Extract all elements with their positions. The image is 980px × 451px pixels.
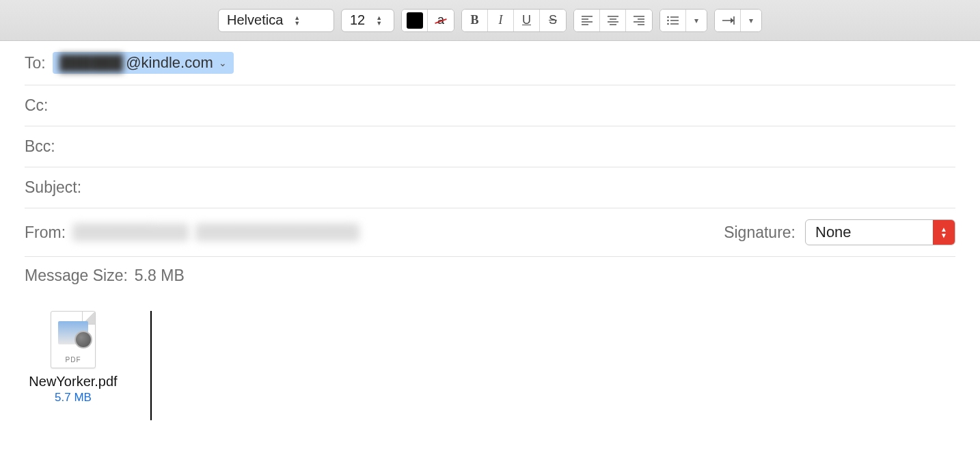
svg-point-2 xyxy=(667,23,669,25)
signature-value: None xyxy=(815,223,852,241)
subject-row: Subject: xyxy=(25,167,955,208)
message-size-value: 5.8 MB xyxy=(135,266,185,285)
to-row: To: ██████ @kindle.com ⌄ xyxy=(25,41,955,85)
subject-label: Subject: xyxy=(25,178,81,197)
indent-group: ▾ xyxy=(714,9,762,32)
to-recipient-visible: @kindle.com xyxy=(126,54,213,72)
message-body[interactable]: PDF NewYorker.pdf 5.7 MB xyxy=(0,295,980,437)
to-recipient-chip[interactable]: ██████ @kindle.com ⌄ xyxy=(53,52,234,74)
color-swatch-icon xyxy=(407,12,423,29)
signature-wrap: Signature: None ▲▼ xyxy=(724,219,955,245)
indent-dropdown-button[interactable]: ▾ xyxy=(741,10,761,31)
highlight-none-button[interactable]: a xyxy=(428,10,454,31)
signature-label: Signature: xyxy=(724,223,795,242)
chevron-down-icon: ▾ xyxy=(749,16,753,25)
font-size-value: 12 xyxy=(350,12,365,28)
align-center-icon xyxy=(607,16,619,25)
font-family-value: Helvetica xyxy=(227,12,283,28)
list-icon xyxy=(667,16,679,25)
color-group: a xyxy=(401,9,454,32)
font-family-select[interactable]: Helvetica ▲▼ xyxy=(218,9,334,32)
format-toolbar: Helvetica ▲▼ 12 ▲▼ a B I U S xyxy=(0,0,980,41)
italic-button[interactable]: I xyxy=(488,10,514,31)
bcc-label: Bcc: xyxy=(25,137,55,156)
to-input[interactable] xyxy=(241,54,955,72)
list-button[interactable] xyxy=(660,10,686,31)
cc-row: Cc: xyxy=(25,85,955,126)
strikethrough-button[interactable]: S xyxy=(540,10,566,31)
to-label: To: xyxy=(25,54,46,72)
message-size-label: Message Size: xyxy=(25,266,128,285)
text-color-button[interactable] xyxy=(402,10,428,31)
font-size-select[interactable]: 12 ▲▼ xyxy=(341,9,394,32)
message-header: To: ██████ @kindle.com ⌄ Cc: Bcc: Subjec… xyxy=(0,41,980,295)
align-right-icon xyxy=(633,16,645,25)
bcc-input[interactable] xyxy=(62,137,955,156)
align-left-icon xyxy=(581,16,593,25)
pdf-type-label: PDF xyxy=(51,356,95,364)
from-email-hidden: ████████████████████ xyxy=(195,223,359,241)
attachment[interactable]: PDF NewYorker.pdf 5.7 MB xyxy=(15,311,131,405)
list-dropdown-button[interactable]: ▾ xyxy=(686,10,707,31)
from-label: From: xyxy=(25,223,66,242)
signature-select[interactable]: None ▲▼ xyxy=(805,219,955,245)
pdf-file-icon: PDF xyxy=(51,311,96,368)
align-right-button[interactable] xyxy=(626,10,652,31)
attachment-filesize: 5.7 MB xyxy=(19,391,127,405)
from-row: From: ██████████ ████████████████████ Si… xyxy=(25,208,955,257)
list-group: ▾ xyxy=(659,9,707,32)
chevron-down-icon: ▾ xyxy=(694,16,698,25)
text-cursor xyxy=(150,311,152,420)
align-left-button[interactable] xyxy=(574,10,600,31)
svg-point-0 xyxy=(667,16,669,18)
bcc-row: Bcc: xyxy=(25,126,955,167)
stepper-icon: ▲▼ xyxy=(376,15,382,26)
underline-button[interactable]: U xyxy=(514,10,540,31)
bold-button[interactable]: B xyxy=(462,10,488,31)
stepper-icon: ▲▼ xyxy=(294,15,300,26)
chevron-down-icon: ⌄ xyxy=(219,57,227,68)
svg-point-1 xyxy=(667,19,669,21)
subject-input[interactable] xyxy=(88,178,955,197)
message-size-row: Message Size: 5.8 MB xyxy=(25,257,955,295)
align-center-button[interactable] xyxy=(600,10,626,31)
style-group: B I U S xyxy=(461,9,567,32)
to-recipient-hidden: ██████ xyxy=(59,54,124,72)
indent-button[interactable] xyxy=(715,10,741,31)
indent-icon xyxy=(721,16,735,25)
cc-label: Cc: xyxy=(25,96,49,115)
attachment-filename: NewYorker.pdf xyxy=(19,374,127,390)
no-highlight-icon: a xyxy=(437,13,444,27)
stepper-icon: ▲▼ xyxy=(933,220,955,245)
cc-input[interactable] xyxy=(55,96,956,115)
align-group xyxy=(573,9,653,32)
pdf-thumbnail-icon xyxy=(58,321,88,344)
from-name-hidden: ██████████ xyxy=(72,223,189,241)
